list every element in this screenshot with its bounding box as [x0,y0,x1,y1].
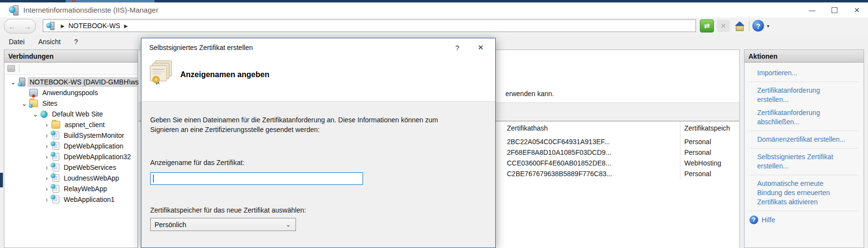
menu-help[interactable]: ? [68,38,85,46]
web-application-icon [52,153,59,161]
minimize-button[interactable]: — [801,2,823,17]
action-create-certificate-request[interactable]: Zertifikatanforderung erstellen... [749,84,852,106]
table-row[interactable]: Personal [684,138,711,146]
action-help-row[interactable]: ? Hilfe [749,213,859,227]
navigation-buttons: ← → [4,19,36,33]
server-icon [19,78,25,86]
maximize-button[interactable] [823,2,846,17]
table-row[interactable]: 2F68EF8A8D10A1085F03DCD9... [507,149,611,156]
dialog-close-button[interactable]: ✕ [471,40,490,55]
dialog-help-button[interactable]: ? [448,40,467,55]
text-caret [153,175,154,182]
panel-splitter[interactable] [739,50,744,248]
breadcrumb-server[interactable]: NOTEBOOK-WS [69,22,121,30]
breadcrumb[interactable]: ▶ NOTEBOOK-WS ▶ [43,19,696,32]
chevron-right-icon[interactable]: › [43,132,51,139]
action-create-self-signed-certificate[interactable]: Selbstsigniertes Zertifikat erstellen... [749,150,852,173]
dialog-title-bar: Selbstsigniertes Zertifikat erstellen ? … [141,38,495,57]
chevron-right-icon[interactable]: › [43,175,51,182]
tree-item-dpewebapplication32[interactable]: › DpeWebApplication32 [4,151,138,162]
menu-ansicht[interactable]: Ansicht [32,38,68,46]
chevron-down-icon: ⌄ [286,221,291,228]
web-application-icon [52,174,59,182]
tree-item-sites[interactable]: ⌄ Sites [4,98,138,109]
action-create-domain-certificate[interactable]: Domänenzertifikat erstellen... [749,133,852,146]
table-row[interactable]: C2BE767679638B5889F776C83... [507,170,612,178]
table-row[interactable]: Personal [684,149,711,156]
action-import[interactable]: Importieren... [749,66,852,80]
background-window-icon [72,0,76,2]
web-application-icon [52,185,59,193]
toolbar-divider [749,21,749,31]
column-divider [680,121,680,181]
tree-item-aspnet-client[interactable]: › aspnet_client [4,119,138,130]
action-complete-certificate-request[interactable]: Zertifikatanforderung abschließen... [749,106,852,129]
dialog-description: Geben Sie einen Dateinamen für die Zerti… [150,115,464,134]
certificate-name-input[interactable] [150,172,363,185]
help-icon[interactable]: ? [752,20,764,32]
tree-item-dpewebservices[interactable]: › DpeWebServices [4,162,138,173]
application-pools-icon [29,89,38,97]
certificate-store-value: Persönlich [155,221,186,229]
iis-breadcrumb-icon [46,22,54,30]
table-row[interactable]: 2BC22A054C0CF64931A913EF... [507,138,610,146]
actions-panel: Aktionen Importieren... Zertifikatanford… [744,50,864,248]
tree-item-label: DpeWebServices [62,163,118,172]
table-row[interactable]: WebHosting [684,159,721,167]
chevron-right-icon[interactable]: › [43,121,51,128]
help-dropdown-caret-icon[interactable]: ▾ [767,23,769,29]
connections-header: Verbindungen [4,50,138,63]
column-header-store[interactable]: Zertifikatspeich [684,124,730,132]
tree-item-dpewebapplication[interactable]: › DpeWebApplication [4,141,138,151]
folder-icon [52,121,60,129]
tree-item-label: Anwendungspools [40,88,100,98]
tree-item-label: aspnet_client [63,120,107,130]
separator [749,148,859,149]
connections-toolbar [4,63,138,75]
separator [749,211,859,211]
back-button[interactable]: ← [9,23,16,30]
action-help[interactable]: Hilfe [762,215,775,225]
dialog-heading: Anzeigenamen angeben [180,70,269,79]
chevron-right-icon[interactable]: › [43,196,51,203]
dialog-body: Geben Sie einen Dateinamen für die Zerti… [141,101,495,248]
tree-item-label: Default Web Site [50,109,105,119]
separator [749,131,859,131]
tree-item-application-pools[interactable]: Anwendungspools [4,87,138,98]
title-bar: Internetinformationsdienste (IIS)-Manage… [0,2,868,17]
forward-button[interactable]: → [24,23,32,30]
breadcrumb-separator-icon: ▶ [124,23,128,29]
tree-item-loudnesswebapp[interactable]: › LoudnessWebApp [4,173,138,183]
web-application-icon [52,164,59,171]
column-header-hash[interactable]: Zertifikathash [507,124,548,132]
website-globe-icon [40,111,48,118]
refresh-icon[interactable]: ⇄ [700,19,714,33]
tree-item-buildsystemmonitor[interactable]: › BuildSystemMonitor [4,130,138,141]
tree-item-default-web-site[interactable]: ⌄ Default Web Site [4,109,138,119]
save-connections-icon[interactable] [7,65,15,72]
actions-header: Aktionen [745,50,864,63]
chevron-down-icon[interactable]: ⌄ [20,100,28,107]
chevron-down-icon[interactable]: ⌄ [32,111,39,117]
sites-folder-icon [29,99,38,107]
action-enable-auto-rebind[interactable]: Automatische erneute Bindung des erneuer… [749,177,840,209]
chevron-right-icon[interactable]: › [43,164,51,171]
tree-item-server[interactable]: ⌄ NOTEBOOK-WS (DAVID-GMBH\ws) [4,77,138,87]
tree-item-webapplication1[interactable]: › WebApplication1 [4,194,138,205]
chevron-right-icon[interactable]: › [43,185,51,192]
close-button[interactable]: ✕ [846,2,868,17]
menu-datei[interactable]: Datei [0,38,32,46]
tree-item-relaywebapp[interactable]: › RelayWebApp [4,183,138,194]
help-icon: ? [749,215,758,224]
breadcrumb-separator-icon: ▶ [61,23,65,29]
chevron-down-icon[interactable]: ⌄ [9,79,17,85]
create-self-signed-certificate-dialog: Selbstsigniertes Zertifikat erstellen ? … [141,38,496,248]
table-row[interactable]: CCE03600FF4E60AB01852DE8... [507,159,611,167]
chevron-right-icon[interactable]: › [43,143,51,149]
chevron-right-icon[interactable]: › [43,153,51,160]
certificate-store-label: Zertifikatspeicher für das neue Zertifik… [150,206,306,214]
window-title: Internetinformationsdienste (IIS)-Manage… [23,6,158,14]
table-row[interactable]: Personal [684,170,711,178]
home-icon[interactable] [733,20,746,32]
certificate-store-select[interactable]: Persönlich ⌄ [150,218,296,231]
